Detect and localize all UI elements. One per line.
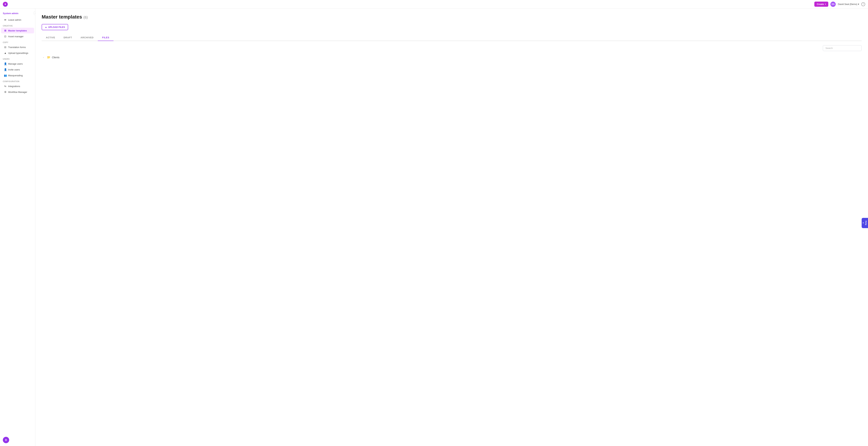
top-navigation: ✦ Create ▾ DS David Seal (Demo) ▾ ? [0, 0, 868, 8]
main-content: Master templates (6) ▲ UPLOAD FILES ACTI… [35, 8, 868, 446]
folder-icon: 📁 [47, 56, 51, 59]
sidebar-item-invite-users[interactable]: 👤 Invite users [1, 67, 34, 72]
create-chevron-icon: ▾ [825, 3, 826, 5]
page-title: Master templates [42, 14, 82, 20]
sidebar-section-creative: Creative [0, 23, 35, 28]
upload-icon: ▲ [45, 26, 47, 28]
tab-bar: ACTIVE DRAFT ARCHIVED FILES [42, 34, 862, 41]
manage-users-icon: 👤 [4, 62, 7, 65]
list-item[interactable]: › 📁 Clients [42, 54, 862, 61]
master-templates-icon: ⊞ [4, 29, 7, 32]
help-question-icon: ? [863, 221, 864, 224]
upload-files-button[interactable]: ▲ UPLOAD FILES [42, 24, 68, 30]
workflow-manager-icon: ⚙ [4, 91, 7, 93]
sidebar-item-translation-forms[interactable]: ⊟ Translation forms [1, 44, 34, 50]
sidebar-item-upload-typesettings[interactable]: ▲ Upload typesettings [1, 50, 34, 56]
app-layout: ‹ System admin ⬅ Leave admin Creative ⊞ … [0, 8, 868, 446]
tab-files[interactable]: FILES [98, 34, 114, 41]
masquerading-icon: 👥 [4, 74, 7, 77]
app-logo[interactable]: ✦ [3, 2, 8, 7]
sidebar-section-users: Users [0, 56, 35, 61]
invite-users-icon: 👤 [4, 68, 7, 71]
upload-typesettings-icon: ▲ [4, 52, 7, 54]
sidebar-item-integrations[interactable]: ⇆ Integrations [1, 83, 34, 89]
sidebar-section-copy: Copy [0, 39, 35, 44]
sidebar-item-leave-admin[interactable]: ⬅ Leave admin [1, 17, 34, 23]
search-input[interactable] [823, 45, 862, 51]
tab-active[interactable]: ACTIVE [42, 34, 59, 41]
user-chevron-icon: ▾ [858, 3, 859, 5]
sidebar: ‹ System admin ⬅ Leave admin Creative ⊞ … [0, 8, 35, 446]
user-menu[interactable]: David Seal (Demo) ▾ [838, 3, 859, 5]
sidebar-item-manage-users[interactable]: 👤 Manage users [1, 61, 34, 66]
create-button[interactable]: Create ▾ [814, 2, 828, 7]
translation-forms-icon: ⊟ [4, 46, 7, 49]
folder-name: Clients [52, 56, 60, 59]
help-button-top[interactable]: ? [861, 2, 865, 6]
user-avatar: DS [830, 2, 836, 7]
search-row [42, 45, 862, 51]
bottom-user-avatar[interactable]: D [3, 437, 9, 443]
system-admin-label: System admin [0, 10, 35, 17]
sidebar-item-asset-manager[interactable]: ⊡ Asset manager [1, 34, 34, 39]
help-panel-button[interactable]: Help ? [862, 218, 868, 228]
expand-chevron-icon: › [43, 56, 45, 58]
page-header: Master templates (6) [42, 14, 862, 20]
sidebar-section-configuration: Configuration [0, 79, 35, 83]
file-tree: › 📁 Clients [42, 54, 862, 61]
sidebar-item-workflow-manager[interactable]: ⚙ Workflow Manager [1, 89, 34, 95]
tab-draft[interactable]: DRAFT [59, 34, 76, 41]
integrations-icon: ⇆ [4, 85, 7, 88]
sidebar-item-master-templates[interactable]: ⊞ Master templates [1, 28, 34, 33]
sidebar-item-masquerading[interactable]: 👥 Masquerading [1, 72, 34, 78]
page-count: (6) [84, 16, 88, 20]
topnav-right: Create ▾ DS David Seal (Demo) ▾ ? [814, 2, 865, 7]
tab-archived[interactable]: ARCHIVED [76, 34, 98, 41]
leave-admin-icon: ⬅ [4, 18, 7, 21]
asset-manager-icon: ⊡ [4, 35, 7, 38]
